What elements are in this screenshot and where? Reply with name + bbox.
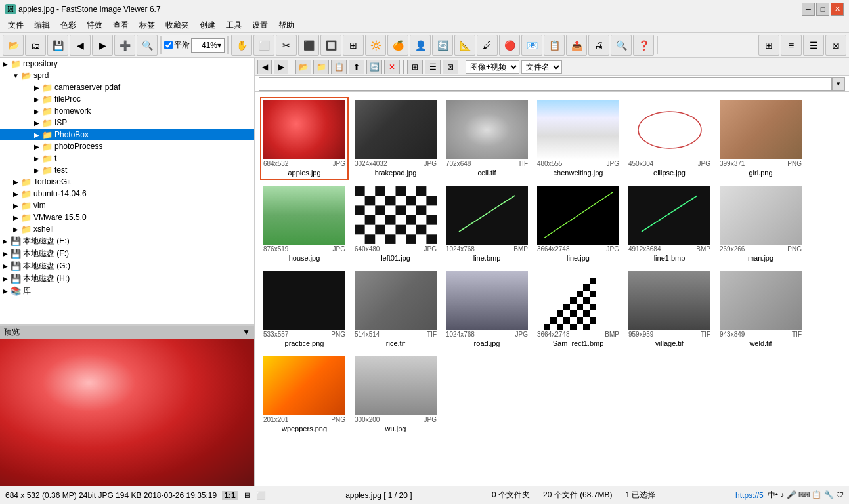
thumb-item-line[interactable]: 1024x768BMPline.bmp (443, 182, 531, 265)
tree-item-t[interactable]: ▶ 📁 t (0, 152, 254, 164)
tree-item-sprd[interactable]: ▼ 📂 sprd (0, 70, 254, 81)
thumb-item-girl[interactable]: 399x371PNGgirl.png (716, 97, 805, 180)
tree-item-xshell[interactable]: ▶ 📁 xshell (0, 223, 254, 235)
thumb-item-road[interactable]: 1024x768JPGroad.jpg (443, 268, 531, 350)
thumb-item-linejpg[interactable]: 3664x2748JPGline.jpg (534, 182, 622, 265)
tb-rt-btn3[interactable]: 📋 (331, 60, 347, 74)
menu-effects[interactable]: 特效 (81, 18, 108, 32)
sort-select[interactable]: 文件名 大小 日期 (521, 60, 562, 74)
tb-prev-button[interactable]: ◀ (70, 35, 91, 56)
expand-icon[interactable]: ▶ (32, 153, 42, 163)
minimize-button[interactable]: ─ (802, 3, 815, 16)
thumb-item-practice[interactable]: 533x557PNGpractice.png (260, 268, 349, 350)
expand-icon[interactable]: ▶ (11, 200, 21, 211)
expand-icon[interactable]: ▶ (11, 224, 21, 234)
zoom-dropdown-icon[interactable]: ▾ (217, 41, 221, 50)
tb-rt-view3[interactable]: ⊠ (443, 60, 458, 74)
expand-icon[interactable]: ▶ (0, 274, 11, 284)
menu-edit[interactable]: 编辑 (29, 18, 55, 32)
tb-tool11[interactable]: 🖊 (477, 35, 498, 56)
expand-icon[interactable]: ▶ (32, 129, 42, 140)
expand-icon[interactable]: ▶ (32, 82, 42, 93)
tb-add-button[interactable]: ➕ (114, 35, 135, 56)
tb-rt-view1[interactable]: ⊞ (407, 60, 423, 74)
thumb-item-weld[interactable]: 943x849TIFweld.tif (716, 268, 805, 350)
zoom-input[interactable] (194, 41, 217, 50)
tb-tool10[interactable]: 📐 (454, 35, 475, 56)
menu-view[interactable]: 查看 (108, 18, 134, 32)
tb-tool18[interactable]: ❓ (633, 35, 654, 56)
expand-icon[interactable]: ▶ (32, 117, 42, 128)
expand-icon[interactable]: ▶ (0, 58, 11, 69)
tree-item-driveG[interactable]: ▶ 💾 本地磁盘 (G:) (0, 260, 254, 272)
expand-icon[interactable]: ▶ (0, 249, 11, 259)
thumb-item-line1[interactable]: 4912x3684BMPline1.bmp (625, 182, 714, 265)
tree-item-ubuntu[interactable]: ▶ 📁 ubuntu-14.04.6 (0, 188, 254, 200)
tree-item-PhotoBox[interactable]: ▶ 📁 PhotoBox (0, 129, 254, 140)
tree-item-ISP[interactable]: ▶ 📁 ISP (0, 117, 254, 129)
menu-tools[interactable]: 工具 (221, 18, 247, 32)
thumb-item-chenweiting[interactable]: 480x555JPGchenweiting.jpg (534, 97, 622, 180)
menu-file[interactable]: 文件 (3, 18, 29, 32)
menu-create[interactable]: 创建 (194, 18, 221, 32)
menu-help[interactable]: 帮助 (273, 18, 299, 32)
thumb-item-wu[interactable]: 300x200JPGwu.jpg (351, 353, 440, 436)
expand-icon[interactable]: ▶ (0, 286, 11, 297)
expand-icon[interactable]: ▼ (11, 70, 21, 81)
expand-icon[interactable]: ▶ (0, 261, 11, 272)
tb-crop-tool[interactable]: ✂ (276, 35, 297, 56)
expand-icon[interactable]: ▶ (11, 188, 21, 199)
tree-view[interactable]: ▶ 📁 repository ▼ 📂 sprd ▶ 📁 cameraserver… (0, 58, 254, 325)
tb-view3[interactable]: ☰ (803, 35, 824, 56)
thumb-item-apples[interactable]: 684x532JPGapples.jpg (260, 97, 349, 180)
smooth-check-input[interactable] (164, 41, 173, 49)
tb-tool9[interactable]: 🔄 (432, 35, 453, 56)
expand-icon[interactable]: ▶ (32, 165, 42, 175)
close-button[interactable]: ✕ (831, 3, 844, 16)
filter-select[interactable]: 图像+视频 全部文件 (466, 60, 519, 74)
expand-icon[interactable]: ▶ (11, 212, 21, 222)
tb-tool15[interactable]: 📤 (566, 35, 587, 56)
thumb-item-man[interactable]: 269x266PNGman.jpg (716, 182, 805, 265)
menu-settings[interactable]: 设置 (247, 18, 273, 32)
tree-item-driveF[interactable]: ▶ 💾 本地磁盘 (F:) (0, 247, 254, 260)
tb-view1[interactable]: ⊞ (758, 35, 779, 56)
tree-item-vim[interactable]: ▶ 📁 vim (0, 200, 254, 211)
tree-item-repository[interactable]: ▶ 📁 repository (0, 58, 254, 70)
tree-item-cameraserver[interactable]: ▶ 📁 cameraserver pdaf (0, 81, 254, 93)
tb-tool17[interactable]: 🔍 (611, 35, 632, 56)
preview-collapse-icon[interactable]: ▼ (242, 327, 250, 337)
thumb-item-wpeppers[interactable]: 201x201PNGwpeppers.png (260, 353, 349, 436)
tb-rt-btn6[interactable]: ✕ (384, 60, 400, 74)
tb-rt-btn4[interactable]: ⬆ (349, 60, 364, 74)
tb-rt-btn1[interactable]: 📂 (295, 60, 311, 74)
tree-item-driveH[interactable]: ▶ 💾 本地磁盘 (H:) (0, 272, 254, 285)
tb-tool3[interactable]: ⬛ (298, 35, 319, 56)
nav-back-button[interactable]: ◀ (257, 60, 272, 74)
tree-item-fileProc[interactable]: ▶ 📁 fileProc (0, 93, 254, 105)
path-refresh-button[interactable]: ▾ (832, 77, 845, 91)
tb-rt-btn2[interactable]: 📁 (313, 60, 329, 74)
tb-view2[interactable]: ≡ (781, 35, 802, 56)
thumb-item-village[interactable]: 959x959TIFvillage.tif (625, 268, 714, 350)
tb-tool5[interactable]: ⊞ (343, 35, 364, 56)
tb-rt-view2[interactable]: ☰ (425, 60, 441, 74)
zoom-box[interactable]: ▾ (191, 38, 225, 52)
maximize-button[interactable]: □ (816, 3, 829, 16)
tb-hand-tool[interactable]: ✋ (231, 35, 252, 56)
tb-select-tool[interactable]: ⬜ (253, 35, 274, 56)
smooth-checkbox[interactable]: 平滑 (164, 39, 190, 51)
menu-color[interactable]: 色彩 (55, 18, 81, 32)
tree-item-driveE[interactable]: ▶ 💾 本地磁盘 (E:) (0, 235, 254, 247)
tb-tool14[interactable]: 📋 (544, 35, 565, 56)
tb-view4[interactable]: ⊠ (825, 35, 846, 56)
tree-item-library[interactable]: ▶ 📚 库 (0, 285, 254, 297)
tb-zoom-out-button[interactable]: 🔍 (137, 35, 158, 56)
thumb-item-brakepad[interactable]: 3024x4032JPGbrakepad.jpg (351, 97, 440, 180)
nav-forward-button[interactable]: ▶ (274, 60, 288, 74)
tree-item-vmware[interactable]: ▶ 📁 VMware 15.5.0 (0, 211, 254, 223)
menu-tags[interactable]: 标签 (134, 18, 160, 32)
tb-tool4[interactable]: 🔲 (320, 35, 341, 56)
tb-tool16[interactable]: 🖨 (588, 35, 609, 56)
thumb-item-ellipse[interactable]: 450x304JPGellipse.jpg (625, 97, 714, 180)
